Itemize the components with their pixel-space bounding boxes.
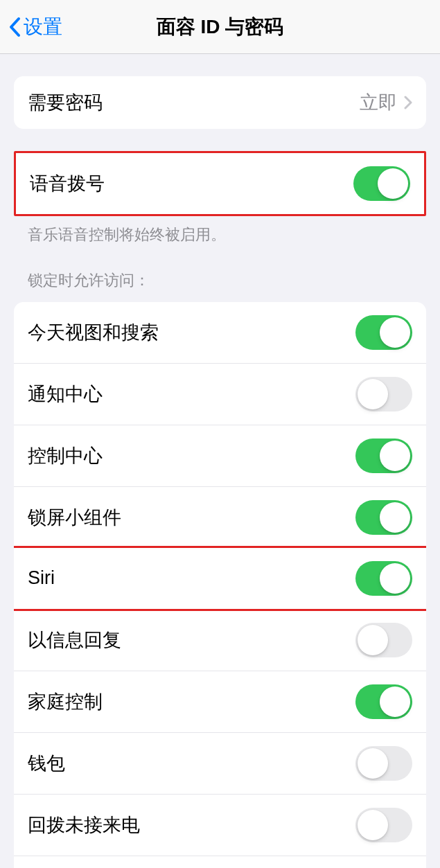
require-passcode-value: 立即: [360, 90, 397, 115]
lock-access-label: 回拨未接来电: [28, 813, 140, 838]
voice-dial-label: 语音拨号: [30, 171, 105, 196]
toggle-knob: [358, 748, 388, 779]
chevron-left-icon: [8, 17, 21, 37]
lock-access-label: 钱包: [28, 751, 65, 776]
lock-access-group: 今天视图和搜索通知中心控制中心锁屏小组件Siri以信息回复家庭控制钱包回拨未接来…: [14, 302, 426, 868]
back-button[interactable]: 设置: [0, 14, 62, 40]
toggle-knob: [378, 168, 408, 199]
lock-access-toggle[interactable]: [355, 684, 412, 719]
page-title: 面容 ID 与密码: [157, 14, 284, 40]
lock-access-row: 今天视图和搜索: [14, 302, 426, 363]
lock-access-row: 锁屏小组件: [14, 486, 426, 548]
toggle-knob: [358, 379, 388, 409]
lock-access-toggle[interactable]: [355, 500, 412, 535]
lock-access-row: 以信息回复: [14, 609, 426, 671]
lock-section-header: 锁定时允许访问：: [14, 245, 426, 296]
lock-access-row: USB 配件: [14, 856, 426, 868]
lock-access-label: 以信息回复: [28, 628, 121, 653]
lock-access-label: 通知中心: [28, 382, 103, 407]
lock-access-row: 回拨未接来电: [14, 794, 426, 856]
lock-access-label: Siri: [28, 567, 55, 589]
toggle-knob: [358, 625, 388, 655]
require-passcode-value-wrap: 立即: [360, 90, 412, 115]
require-passcode-row[interactable]: 需要密码 立即: [14, 76, 426, 129]
voice-dial-row: 语音拨号: [16, 153, 424, 214]
require-passcode-group: 需要密码 立即: [14, 76, 426, 129]
lock-access-toggle[interactable]: [355, 808, 412, 842]
lock-access-toggle[interactable]: [355, 623, 412, 657]
lock-access-toggle[interactable]: [355, 746, 412, 781]
toggle-knob: [380, 563, 410, 594]
lock-access-row: 钱包: [14, 732, 426, 794]
lock-access-label: 锁屏小组件: [28, 505, 121, 530]
lock-access-label: 控制中心: [28, 443, 103, 468]
lock-access-row: 家庭控制: [14, 671, 426, 732]
navigation-header: 设置 面容 ID 与密码: [0, 0, 440, 54]
toggle-knob: [380, 687, 410, 717]
back-label: 设置: [24, 14, 62, 40]
lock-access-label: 家庭控制: [28, 689, 103, 714]
toggle-knob: [358, 810, 388, 840]
voice-dial-toggle[interactable]: [353, 166, 410, 201]
toggle-knob: [380, 441, 410, 471]
lock-access-toggle[interactable]: [355, 561, 412, 596]
lock-access-row: 通知中心: [14, 363, 426, 425]
require-passcode-label: 需要密码: [28, 90, 103, 115]
lock-access-toggle[interactable]: [355, 439, 412, 473]
voice-dial-footer: 音乐语音控制将始终被启用。: [14, 216, 426, 245]
lock-access-toggle[interactable]: [355, 377, 412, 411]
lock-access-row: Siri: [14, 546, 426, 611]
chevron-right-icon: [404, 96, 412, 109]
toggle-knob: [380, 502, 410, 533]
lock-access-row: 控制中心: [14, 425, 426, 486]
lock-access-toggle[interactable]: [355, 315, 412, 350]
lock-access-label: 今天视图和搜索: [28, 320, 159, 345]
voice-dial-group: 语音拨号: [14, 151, 426, 216]
toggle-knob: [380, 317, 410, 348]
